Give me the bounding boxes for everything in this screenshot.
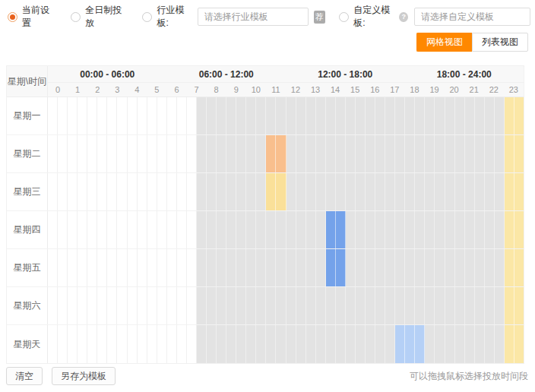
grid-cell[interactable] <box>78 249 87 286</box>
grid-cell[interactable] <box>415 211 425 248</box>
grid-cell[interactable] <box>375 135 385 172</box>
grid-cell[interactable] <box>117 97 127 134</box>
grid-cell[interactable] <box>246 173 256 210</box>
grid-cell[interactable] <box>495 97 505 134</box>
grid-cell[interactable] <box>256 287 266 324</box>
grid-cell[interactable] <box>157 325 167 363</box>
grid-cell[interactable] <box>58 287 68 324</box>
grid-cell[interactable] <box>435 249 445 286</box>
grid-cell[interactable] <box>465 325 475 363</box>
grid-cell[interactable] <box>286 135 296 172</box>
grid-cell[interactable] <box>128 249 138 286</box>
grid-cell[interactable] <box>107 211 117 248</box>
grid-cell[interactable] <box>385 325 395 363</box>
grid-cell[interactable] <box>97 97 107 134</box>
grid-cell[interactable] <box>207 325 217 363</box>
grid-cell[interactable] <box>187 287 197 324</box>
radio-current-settings[interactable]: 当前设置 <box>8 4 54 30</box>
grid-cell[interactable] <box>346 173 356 210</box>
grid-cell[interactable] <box>177 325 187 363</box>
grid-cell[interactable] <box>296 325 306 363</box>
grid-cell[interactable] <box>177 135 187 172</box>
grid-cell[interactable] <box>117 135 127 172</box>
grid-cell[interactable] <box>326 135 336 172</box>
grid-cell[interactable] <box>226 249 236 286</box>
grid-cell[interactable] <box>138 97 147 134</box>
grid-cell[interactable] <box>68 211 78 248</box>
grid-cell[interactable] <box>405 97 415 134</box>
grid-cell[interactable] <box>128 211 138 248</box>
grid-cell[interactable] <box>48 287 58 324</box>
clear-button[interactable]: 清空 <box>6 367 43 385</box>
grid-cell[interactable] <box>266 325 276 363</box>
grid-cell[interactable] <box>415 173 425 210</box>
grid-cell[interactable] <box>48 211 58 248</box>
grid-cell[interactable] <box>177 173 187 210</box>
grid-cell[interactable] <box>405 249 415 286</box>
grid-cell[interactable] <box>455 211 465 248</box>
grid-cell[interactable] <box>455 287 465 324</box>
grid-cell[interactable] <box>177 287 187 324</box>
grid-cell[interactable] <box>167 135 177 172</box>
grid-cell[interactable] <box>256 97 266 134</box>
grid-cell[interactable] <box>48 97 58 134</box>
grid-cell[interactable] <box>356 249 366 286</box>
grid-cell[interactable] <box>197 173 207 210</box>
grid-cell[interactable] <box>138 173 147 210</box>
grid-cell[interactable] <box>217 135 226 172</box>
grid-cell[interactable] <box>375 173 385 210</box>
grid-cell[interactable] <box>207 97 217 134</box>
grid-cell[interactable] <box>207 135 217 172</box>
grid-cell[interactable] <box>128 325 138 363</box>
custom-template-select[interactable] <box>414 8 530 26</box>
grid-cell[interactable] <box>87 249 97 286</box>
grid-cell[interactable] <box>138 135 147 172</box>
grid-cell[interactable] <box>296 211 306 248</box>
grid-cell-pale-yellow[interactable] <box>505 287 514 324</box>
grid-cell[interactable] <box>48 249 58 286</box>
grid-cell[interactable] <box>157 173 167 210</box>
grid-view-button[interactable]: 网格视图 <box>416 33 472 52</box>
grid-cell[interactable] <box>236 135 246 172</box>
grid-cell[interactable] <box>485 325 495 363</box>
grid-cell[interactable] <box>147 325 157 363</box>
grid-cell[interactable] <box>346 287 356 324</box>
list-view-button[interactable]: 列表视图 <box>472 33 528 52</box>
grid-cell[interactable] <box>475 211 485 248</box>
grid-cell-pale-yellow[interactable] <box>514 173 524 210</box>
grid-cell[interactable] <box>316 135 326 172</box>
grid-cell[interactable] <box>316 249 326 286</box>
grid-cell[interactable] <box>385 211 395 248</box>
grid-cell-pale-yellow[interactable] <box>514 97 524 134</box>
grid-cell-blue[interactable] <box>336 249 346 286</box>
grid-cell[interactable] <box>87 287 97 324</box>
grid-cell[interactable] <box>415 97 425 134</box>
grid-cell[interactable] <box>485 211 495 248</box>
grid-cell[interactable] <box>306 249 316 286</box>
grid-cell[interactable] <box>435 97 445 134</box>
grid-cell[interactable] <box>326 173 336 210</box>
grid-cell[interactable] <box>128 97 138 134</box>
grid-cell[interactable] <box>475 287 485 324</box>
grid-cell[interactable] <box>107 97 117 134</box>
grid-cell[interactable] <box>187 135 197 172</box>
grid-cell[interactable] <box>485 173 495 210</box>
grid-cell-pale-yellow[interactable] <box>505 249 514 286</box>
grid-cell[interactable] <box>236 173 246 210</box>
grid-cell[interactable] <box>107 287 117 324</box>
grid-cell[interactable] <box>58 211 68 248</box>
grid-cell[interactable] <box>465 97 475 134</box>
grid-cell[interactable] <box>316 325 326 363</box>
grid-cell[interactable] <box>286 173 296 210</box>
grid-cell[interactable] <box>107 173 117 210</box>
grid-cell[interactable] <box>306 173 316 210</box>
grid-cell[interactable] <box>187 249 197 286</box>
grid-cell-pale-yellow[interactable] <box>514 211 524 248</box>
grid-cell[interactable] <box>356 97 366 134</box>
grid-cell[interactable] <box>117 249 127 286</box>
grid-cell[interactable] <box>197 287 207 324</box>
grid-cell[interactable] <box>97 211 107 248</box>
grid-cell[interactable] <box>197 135 207 172</box>
grid-cell[interactable] <box>236 249 246 286</box>
grid-cell[interactable] <box>485 287 495 324</box>
